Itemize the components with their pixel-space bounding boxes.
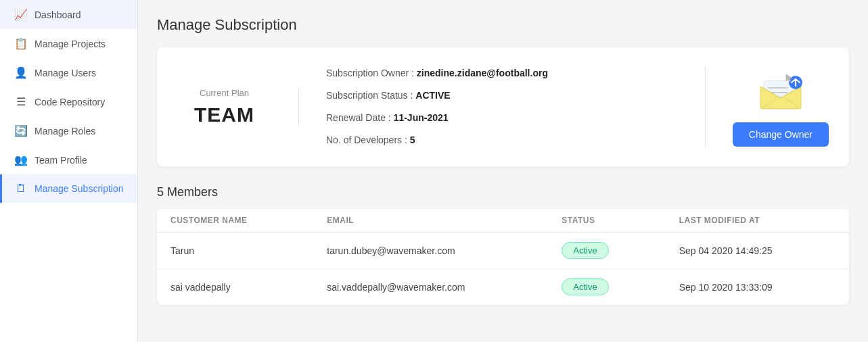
developers-label: No. of Developers :	[326, 135, 407, 145]
sidebar-item-manage-roles[interactable]: 🔄 Manage Roles	[0, 116, 137, 145]
sidebar-label-manage-projects: Manage Projects	[35, 39, 106, 49]
sidebar-label-code-repository: Code Repository	[35, 97, 105, 107]
status-value: ACTIVE	[415, 90, 450, 101]
sidebar-item-manage-subscription[interactable]: 🗒 Manage Subscription	[0, 174, 137, 203]
table-header: CUSTOMER NAMEEMAILSTATUSLAST MODIFIED AT	[157, 209, 849, 233]
sidebar-icon-code-repository: ☰	[14, 95, 28, 108]
sidebar-item-manage-users[interactable]: 👤 Manage Users	[0, 58, 137, 87]
owner-label: Subscription Owner :	[326, 68, 414, 78]
owner-row: Subscription Owner : zinedine.zidane@foo…	[326, 66, 678, 80]
status-badge: Active	[562, 278, 608, 295]
members-table: CUSTOMER NAMEEMAILSTATUSLAST MODIFIED AT…	[157, 209, 849, 305]
page-title: Manage Subscription	[157, 16, 849, 34]
status-label: Subscription Status :	[326, 90, 413, 101]
details-section: Subscription Owner : zinedine.zidane@foo…	[299, 66, 706, 147]
main-content: Manage Subscription Current Plan TEAM Su…	[138, 0, 868, 342]
table-header-status: STATUS	[562, 216, 679, 225]
status-badge: Active	[562, 242, 608, 259]
customer-email: sai.vaddepally@wavemaker.com	[327, 282, 562, 293]
subscription-card: Current Plan TEAM Subscription Owner : z…	[157, 47, 849, 166]
plan-section: Current Plan TEAM	[177, 88, 299, 126]
action-section: Change Owner	[706, 68, 829, 147]
customer-status: Active	[562, 242, 679, 259]
table-header-customer-name: CUSTOMER NAME	[170, 216, 327, 225]
developers-value: 5	[410, 135, 415, 145]
customer-email: tarun.dubey@wavemaker.com	[327, 245, 562, 256]
sidebar-icon-manage-users: 👤	[14, 66, 28, 79]
sidebar-item-code-repository[interactable]: ☰ Code Repository	[0, 87, 137, 116]
sidebar-icon-manage-subscription: 🗒	[14, 182, 28, 195]
sidebar-label-manage-subscription: Manage Subscription	[35, 183, 124, 194]
sidebar-item-dashboard[interactable]: 📈 Dashboard	[0, 0, 137, 29]
plan-label: Current Plan	[177, 88, 271, 98]
sidebar-item-team-profile[interactable]: 👥 Team Profile	[0, 145, 137, 174]
members-title: 5 Members	[157, 185, 849, 199]
sidebar-label-dashboard: Dashboard	[35, 9, 81, 20]
table-row: Tarun tarun.dubey@wavemaker.com Active S…	[157, 233, 849, 269]
sidebar-label-manage-users: Manage Users	[35, 68, 96, 78]
developers-row: No. of Developers : 5	[326, 133, 678, 147]
owner-value: zinedine.zidane@football.org	[417, 68, 548, 78]
sidebar-item-manage-projects[interactable]: 📋 Manage Projects	[0, 29, 137, 58]
table-header-last-modified-at: LAST MODIFIED AT	[679, 216, 836, 225]
customer-name: sai vaddepally	[170, 282, 327, 293]
members-section: 5 Members CUSTOMER NAMEEMAILSTATUSLAST M…	[157, 185, 849, 305]
table-header-email: EMAIL	[327, 216, 562, 225]
change-owner-button[interactable]: Change Owner	[733, 122, 829, 147]
sidebar-icon-dashboard: 📈	[14, 8, 28, 21]
sidebar-label-team-profile: Team Profile	[35, 155, 87, 166]
renewal-row: Renewal Date : 11-Jun-2021	[326, 111, 678, 125]
renewal-label: Renewal Date :	[326, 112, 391, 123]
last-modified: Sep 04 2020 14:49:25	[679, 245, 836, 256]
sidebar-icon-team-profile: 👥	[14, 153, 28, 166]
plan-name: TEAM	[177, 103, 271, 126]
sidebar-label-manage-roles: Manage Roles	[35, 126, 95, 137]
renewal-value: 11-Jun-2021	[394, 112, 449, 123]
envelope-illustration	[754, 68, 808, 112]
last-modified: Sep 10 2020 13:33:09	[679, 282, 836, 293]
status-row: Subscription Status : ACTIVE	[326, 89, 678, 103]
sidebar: 📈 Dashboard📋 Manage Projects👤 Manage Use…	[0, 0, 138, 342]
customer-name: Tarun	[170, 245, 327, 256]
table-row: sai vaddepally sai.vaddepally@wavemaker.…	[157, 269, 849, 305]
customer-status: Active	[562, 278, 679, 295]
sidebar-icon-manage-roles: 🔄	[14, 124, 28, 137]
sidebar-icon-manage-projects: 📋	[14, 37, 28, 50]
